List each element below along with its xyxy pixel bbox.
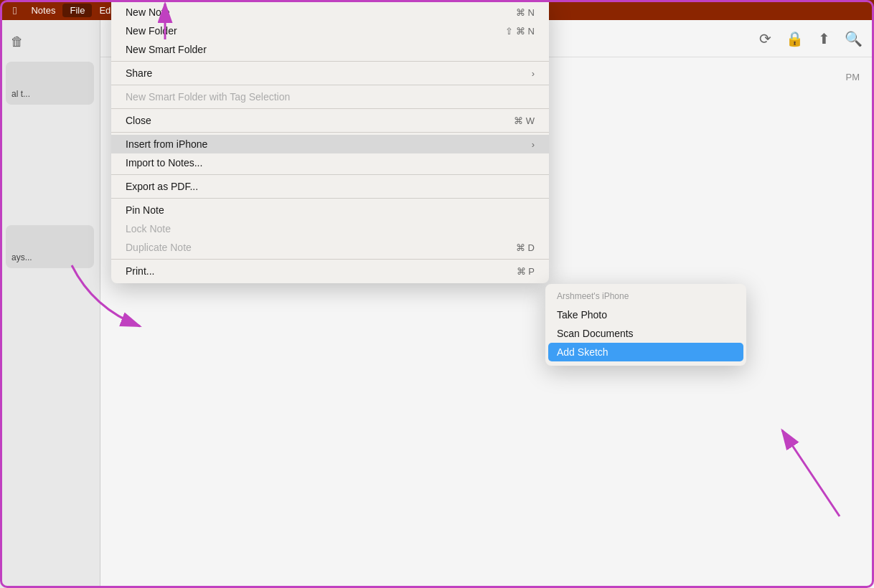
menu-item-insert-from-iphone[interactable]: Insert from iPhone › bbox=[111, 135, 549, 153]
separator bbox=[111, 132, 549, 133]
lock-icon[interactable]: 🔒 bbox=[786, 30, 804, 47]
submenu-item-add-sketch[interactable]: Add Sketch bbox=[548, 343, 743, 361]
trash-icon[interactable]: 🗑 bbox=[6, 30, 29, 53]
sidebar: 🗑 al t... ays... bbox=[0, 20, 100, 588]
search-icon[interactable]: 🔍 bbox=[845, 30, 863, 47]
separator bbox=[111, 259, 549, 260]
menu-item-new-folder[interactable]: New Folder ⇧ ⌘ N bbox=[111, 22, 549, 40]
menu-item-lock-note[interactable]: Lock Note bbox=[111, 219, 549, 238]
menu-item-share[interactable]: Share › bbox=[111, 64, 549, 82]
menu-item-new-smart-folder-tag[interactable]: New Smart Folder with Tag Selection bbox=[111, 87, 549, 106]
separator bbox=[111, 174, 549, 175]
menu-item-print[interactable]: Print... ⌘ P bbox=[111, 262, 549, 280]
list-item[interactable]: ays... bbox=[6, 225, 94, 268]
submenu-insert-from-iphone: Arshmeet's iPhone Take Photo Scan Docume… bbox=[545, 284, 746, 366]
menubar-file[interactable]: File bbox=[62, 4, 92, 17]
menu-item-new-note[interactable]: New Note ⌘ N bbox=[111, 3, 549, 22]
menu-item-new-smart-folder[interactable]: New Smart Folder bbox=[111, 40, 549, 59]
collaborate-icon[interactable]: ⟳ bbox=[759, 30, 771, 47]
menu-item-export-pdf[interactable]: Export as PDF... bbox=[111, 177, 549, 196]
separator bbox=[111, 108, 549, 109]
share-icon[interactable]: ⬆ bbox=[818, 30, 830, 47]
submenu-device-name: Arshmeet's iPhone bbox=[545, 288, 746, 305]
apple-logo-icon[interactable]:  bbox=[6, 3, 24, 18]
menu-item-pin-note[interactable]: Pin Note bbox=[111, 201, 549, 219]
separator bbox=[111, 61, 549, 62]
time-label: PM bbox=[846, 72, 860, 82]
menu-item-close[interactable]: Close ⌘ W bbox=[111, 111, 549, 130]
menu-item-duplicate-note[interactable]: Duplicate Note ⌘ D bbox=[111, 238, 549, 257]
menu-item-import-to-notes[interactable]: Import to Notes... bbox=[111, 153, 549, 172]
submenu-item-scan-documents[interactable]: Scan Documents bbox=[545, 324, 746, 343]
separator bbox=[111, 198, 549, 199]
menubar-notes[interactable]: Notes bbox=[24, 4, 62, 17]
sidebar-toolbar: 🗑 bbox=[6, 27, 94, 56]
file-menu: New Note ⌘ N New Folder ⇧ ⌘ N New Smart … bbox=[111, 0, 549, 283]
list-item[interactable]: al t... bbox=[6, 62, 94, 105]
separator bbox=[111, 85, 549, 85]
submenu-item-take-photo[interactable]: Take Photo bbox=[545, 305, 746, 324]
